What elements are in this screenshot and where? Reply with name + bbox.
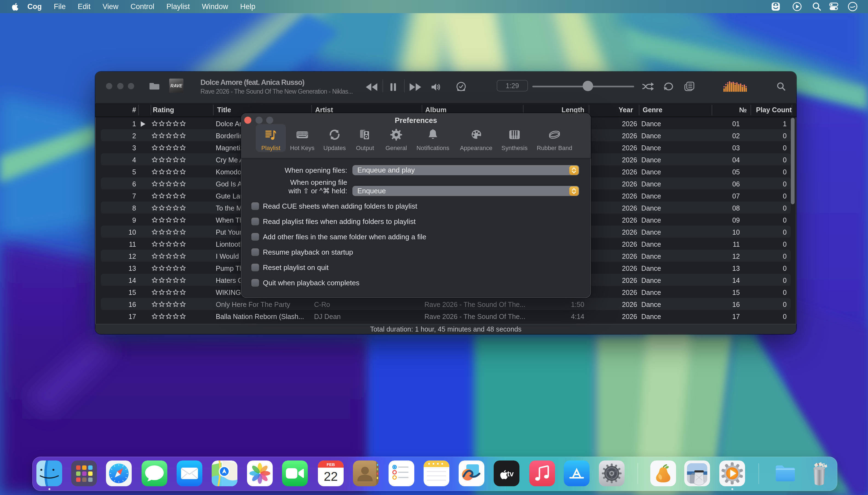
- svg-text:22: 22: [324, 469, 338, 483]
- svg-text:FEB: FEB: [327, 462, 335, 467]
- svg-text:tv: tv: [507, 470, 514, 478]
